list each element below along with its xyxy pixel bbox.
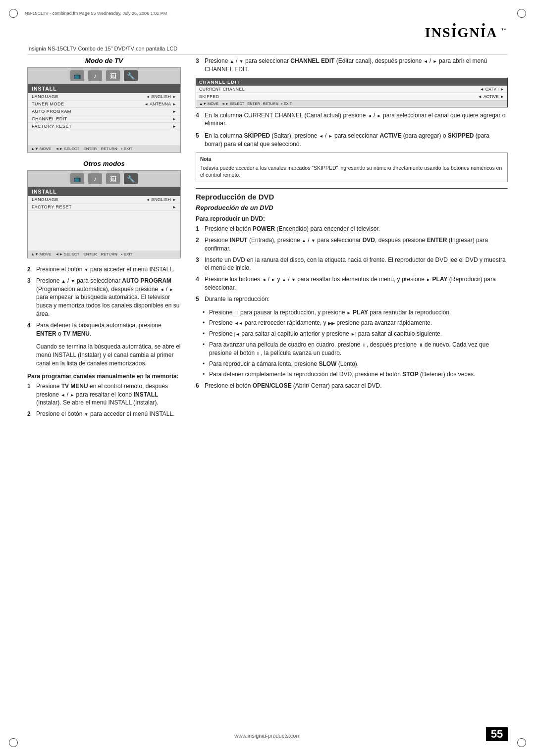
- right-step-3-num: 3: [196, 57, 202, 74]
- channel-skipped-label: SKIPPED: [199, 94, 478, 99]
- move-label-2: MOVE: [40, 252, 52, 256]
- exit-label: EXIT: [124, 147, 133, 151]
- dvd-para-heading: Para reproducir un DVD:: [196, 215, 508, 222]
- channel-current-value: ◄ CATV I ►: [480, 87, 504, 92]
- move-arrows-2: ▲▼: [31, 252, 39, 256]
- tv-menu-icons-row: 📺 ♪ 🖼 🔧: [28, 68, 180, 84]
- dvd-step-3-content: Inserte un DVD en la ranura del disco, c…: [205, 256, 508, 273]
- dvd-step-6-content: Presione el botón OPEN/CLOSE (Abrir/ Cer…: [205, 382, 508, 390]
- note-box: Nota Todavía puede acceder a los canales…: [196, 152, 508, 182]
- footer-enter-2: ENTER: [83, 252, 97, 256]
- dvd-step-6-num: 6: [196, 382, 202, 390]
- return-label: RETURN: [101, 147, 117, 151]
- dvd-bullet-1: • Presione ⏸ para pausar la reproducción…: [203, 308, 508, 317]
- footer-select-2: ◄► SELECT: [55, 252, 79, 256]
- tv-menu-footer-2: ▲▼ MOVE ◄► SELECT ENTER RETURN ▪ EXIT: [28, 251, 180, 258]
- enter-label: ENTER: [83, 147, 97, 151]
- footer-return-ce: RETURN: [263, 101, 278, 106]
- arrow-left-current: ◄: [480, 87, 483, 92]
- row-label-channel: CHANNEL EDIT: [32, 116, 172, 121]
- page-number: 55: [486, 727, 508, 741]
- tv-menu-row-auto: AUTO PROGRAM ►: [28, 108, 180, 115]
- corner-mark-bl: [9, 738, 18, 747]
- dvd-step-4-content: Presione los botones ◄ / ► y ▲ / ▼ para …: [205, 275, 508, 292]
- tv-menu-row-factory: FACTORY RESET ►: [28, 123, 180, 130]
- bullet-5-icon: •: [203, 360, 207, 368]
- right-step-4: 4 En la columna CURRENT CHANNEL (Canal a…: [196, 111, 508, 128]
- dvd-bullet-5: • Para reproducir a cámara lenta, presio…: [203, 360, 508, 368]
- dvd-bullet-list: • Presione ⏸ para pausar la reproducción…: [203, 308, 508, 379]
- footer-move-ce: ▲▼ MOVE: [199, 101, 218, 106]
- step-3-content: Presione ▲ / ▼ para seleccionar AUTO PRO…: [36, 277, 181, 318]
- manual-step-1-content: Presione TV MENU en el control remoto, d…: [36, 382, 181, 407]
- bullet-3-icon: •: [203, 330, 207, 338]
- dvd-bullet-6: • Para detener completamente la reproduc…: [203, 370, 508, 379]
- channel-current-label: CURRENT CHANNEL: [199, 87, 480, 92]
- dvd-step-5-num: 5: [196, 295, 202, 303]
- channel-edit-box: CHANNEL EDIT CURRENT CHANNEL ◄ CATV I ► …: [196, 78, 508, 107]
- tv-menu-other-modes: 📺 ♪ 🖼 🔧 INSTALL LANGUAGE ◄ ENGLISH ► FAC…: [27, 170, 181, 258]
- row-label-language-2: LANGUAGE: [32, 197, 146, 202]
- tv-menu-footer: ▲▼ MOVE ◄► SELECT ENTER RETURN ▪ EXIT: [28, 145, 180, 152]
- icon-tools: 🔧: [124, 70, 138, 81]
- footer-select: ◄► SELECT: [55, 147, 79, 151]
- icon-tv: 📺: [70, 70, 84, 81]
- row-label-auto: AUTO PROGRAM: [32, 109, 172, 114]
- insignia-logo: INSIGNIA ™: [425, 25, 508, 41]
- footer-move: ▲▼ MOVE: [31, 147, 51, 151]
- tuner-value: ANTENNA: [150, 101, 171, 106]
- bullet-4-icon: •: [203, 341, 207, 357]
- row-label-tuner: TUNER MODE: [32, 101, 144, 106]
- manual-step-2: 2 Presione el botón ▼ para acceder el me…: [27, 410, 181, 418]
- manual-step-1-num: 1: [27, 382, 33, 407]
- logo-i: I: [451, 25, 458, 41]
- tv-menu-row-channel: CHANNEL EDIT ►: [28, 115, 180, 123]
- dvd-subsection-heading: Reproducción de un DVD: [196, 204, 508, 211]
- arrow-right-skipped: ►: [500, 94, 504, 99]
- indent-text-auto: Cuando se termina la búsqueda automática…: [36, 343, 181, 367]
- arrow-left-language: ◄: [146, 95, 150, 99]
- product-line: Insignia NS-15CLTV Combo de 15" DVD/TV c…: [27, 46, 508, 55]
- exit-icon-sq: ▪: [121, 147, 123, 151]
- icon-tv-2: 📺: [70, 173, 84, 184]
- tv-menu-row-factory-2: FACTORY RESET ►: [28, 203, 180, 211]
- right-step-3-content: Presione ▲ / ▼ para seleccionar CHANNEL …: [205, 57, 508, 74]
- channel-edit-title: CHANNEL EDIT: [196, 78, 507, 86]
- arrow-right-current: ►: [500, 87, 504, 92]
- step-3-auto: 3 Presione ▲ / ▼ para seleccionar AUTO P…: [27, 277, 181, 318]
- bullet-6-icon: •: [203, 370, 207, 379]
- right-step-4-num: 4: [196, 111, 202, 128]
- left-column: Modo de TV 📺 ♪ 🖼 🔧 INSTALL LANGUAGE ◄ EN…: [27, 57, 181, 726]
- exit-label-2: EXIT: [124, 252, 133, 256]
- row-label-language: LANGUAGE: [32, 94, 146, 99]
- footer-exit-2: ▪ EXIT: [121, 252, 133, 256]
- icon-music: ♪: [88, 70, 102, 81]
- bullet-6-text: Para detener completamente la reproducci…: [209, 370, 475, 379]
- footer-exit: ▪ EXIT: [121, 147, 133, 151]
- corner-mark-br: [517, 738, 526, 747]
- tv-menu-row-tuner: TUNER MODE ◄ ANTENNA ►: [28, 101, 180, 108]
- tv-menu-row-language: LANGUAGE ◄ ENGLISH ►: [28, 93, 180, 101]
- dvd-step-2-num: 2: [196, 236, 202, 253]
- note-label: Nota: [200, 156, 503, 163]
- footer-return: RETURN: [101, 147, 117, 151]
- right-step-4-content: En la columna CURRENT CHANNEL (Canal act…: [205, 111, 508, 128]
- bullet-4-text: Para avanzar una película de cuadro en c…: [209, 341, 508, 357]
- dvd-steps-list: 1 Presione el botón POWER (Encendido) pa…: [196, 225, 508, 303]
- bullet-2-icon: •: [203, 319, 207, 327]
- row-arrow-auto: ►: [172, 109, 176, 114]
- tv-menu-tv-mode: 📺 ♪ 🖼 🔧 INSTALL LANGUAGE ◄ ENGLISH ► TUN…: [27, 67, 181, 153]
- corner-mark-tr: [517, 9, 526, 18]
- manual-step-2-num: 2: [27, 410, 33, 418]
- step-4-content: Para detener la búsqueda automática, pre…: [36, 321, 181, 338]
- right-step-5-num: 5: [196, 132, 202, 149]
- logo-text: INSIGNIA: [425, 25, 497, 40]
- channel-edit-row-current: CURRENT CHANNEL ◄ CATV I ►: [196, 86, 507, 93]
- tv-menu-empty-space: [28, 130, 180, 145]
- step-2-content: Presione el botón ▼ para acceder el menú…: [36, 265, 181, 274]
- row-label-factory-2: FACTORY RESET: [32, 204, 172, 209]
- icon-tools-2: 🔧: [124, 173, 138, 184]
- row-arrow-factory: ►: [172, 124, 176, 129]
- section-separator: [196, 188, 508, 189]
- move-label: MOVE: [40, 147, 52, 151]
